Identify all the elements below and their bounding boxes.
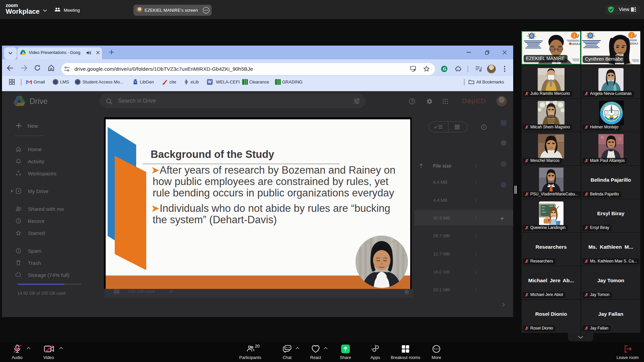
svg-text:DOAJ: DOAJ bbox=[630, 42, 638, 45]
svg-text:DOAJ: DOAJ bbox=[572, 42, 580, 46]
svg-text:i: i bbox=[631, 33, 632, 38]
svg-text:i: i bbox=[574, 33, 575, 39]
